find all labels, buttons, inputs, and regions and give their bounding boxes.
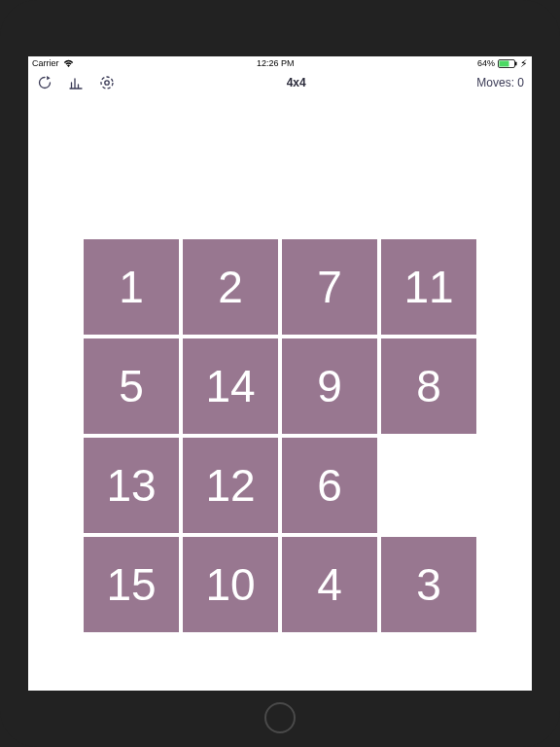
home-button[interactable] [264,702,296,733]
puzzle-tile[interactable]: 8 [381,338,476,434]
puzzle-tile[interactable]: 5 [84,338,179,434]
tablet-frame: Carrier 12:26 PM 64% ⚡︎ [0,0,560,747]
svg-rect-1 [500,60,509,66]
svg-rect-2 [515,61,517,65]
puzzle-tile[interactable]: 12 [183,438,278,533]
moves-label: Moves: [476,76,514,89]
status-time: 12:26 PM [257,58,295,68]
puzzle-tile[interactable]: 3 [381,537,476,632]
refresh-icon[interactable] [36,74,53,91]
help-icon[interactable] [98,74,116,91]
carrier-label: Carrier [32,58,59,68]
battery-pct: 64% [477,58,495,68]
svg-point-3 [101,77,113,89]
battery-icon [498,59,517,68]
puzzle-tile[interactable]: 14 [183,338,278,434]
puzzle-tile[interactable]: 2 [183,239,278,335]
content-area: 127115149813126151043 [28,95,532,691]
puzzle-tile[interactable]: 9 [282,338,377,434]
puzzle-tile[interactable]: 6 [282,438,377,533]
nav-bar: 4x4 Moves: 0 [28,70,532,95]
puzzle-tile[interactable]: 4 [282,537,377,632]
puzzle-tile[interactable]: 1 [84,239,179,335]
svg-point-4 [105,81,109,85]
stats-icon[interactable] [67,74,85,91]
status-bar: Carrier 12:26 PM 64% ⚡︎ [28,56,532,70]
puzzle-tile[interactable]: 15 [84,537,179,632]
puzzle-tile[interactable]: 10 [183,537,278,632]
moves-value: 0 [517,76,524,89]
moves-counter: Moves: 0 [476,76,524,89]
charging-icon: ⚡︎ [520,58,528,69]
puzzle-board: 127115149813126151043 [84,239,476,632]
puzzle-tile[interactable]: 11 [381,239,476,335]
screen: Carrier 12:26 PM 64% ⚡︎ [28,56,532,691]
page-title: 4x4 [287,76,306,89]
empty-slot [381,438,476,533]
wifi-icon [63,59,74,68]
puzzle-tile[interactable]: 7 [282,239,377,335]
puzzle-tile[interactable]: 13 [84,438,179,533]
